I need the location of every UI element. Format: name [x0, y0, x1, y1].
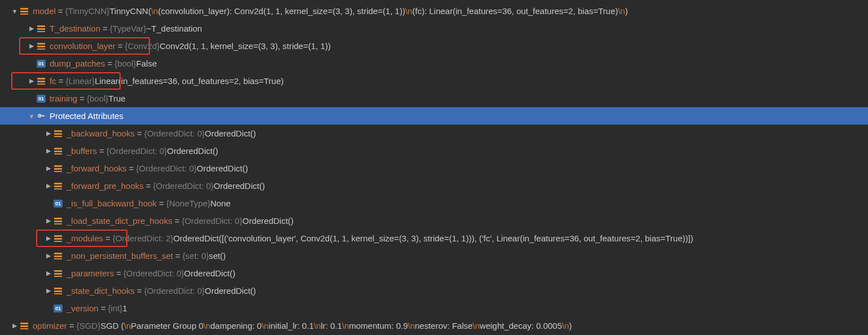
object-icon — [36, 42, 46, 51]
tree-row-model[interactable]: ▼model={TinnyCNN} TinnyCNN(\n (convoluti… — [0, 2, 868, 20]
value-text: lr: 0.1 — [321, 321, 342, 330]
variable-name: _parameters — [67, 268, 114, 278]
object-icon — [53, 286, 63, 296]
escape-sequence: \n — [203, 321, 211, 330]
collapse-icon[interactable]: ▼ — [10, 8, 19, 15]
object-icon — [53, 129, 63, 138]
tree-row-_forward_pre_hooks[interactable]: ▶_forward_pre_hooks={OrderedDict: 0} Ord… — [0, 177, 868, 195]
primitive-icon: 01 — [36, 59, 46, 68]
expand-icon[interactable]: ▶ — [44, 287, 53, 294]
object-icon — [53, 269, 63, 278]
variable-type: {NoneType} — [166, 199, 210, 208]
value-text: 1 — [122, 303, 127, 313]
value-text: OrderedDict() — [197, 164, 248, 173]
tree-row-training[interactable]: 01training={bool} True — [0, 90, 868, 107]
value-text: OrderedDict() — [205, 286, 256, 296]
value-text: OrderedDict() — [205, 129, 256, 138]
variable-name: convolution_layer — [50, 41, 116, 51]
value-text: True — [108, 94, 125, 103]
tree-row-_buffers[interactable]: ▶_buffers={OrderedDict: 0} OrderedDict() — [0, 142, 868, 160]
variable-name: _is_full_backward_hook — [67, 199, 157, 208]
variable-name: _state_dict_hooks — [67, 286, 135, 296]
variables-tree[interactable]: ▼model={TinnyCNN} TinnyCNN(\n (convoluti… — [0, 0, 868, 334]
tree-row-_modules[interactable]: ▶_modules={OrderedDict: 2} OrderedDict([… — [0, 230, 868, 247]
expand-icon[interactable]: ▶ — [44, 130, 53, 137]
variable-name: _buffers — [67, 146, 97, 156]
expand-icon[interactable]: ▶ — [27, 77, 36, 85]
value-text: nesterov: False — [415, 321, 473, 330]
variable-type: {OrderedDict: 0} — [144, 129, 205, 138]
variable-name: dump_patches — [50, 59, 105, 68]
object-icon — [53, 234, 63, 243]
object-icon — [53, 182, 63, 191]
expand-icon[interactable]: ▶ — [10, 322, 19, 329]
object-icon — [53, 164, 63, 173]
tree-row-fc[interactable]: ▶fc={Linear} Linear(in_features=36, out_… — [0, 72, 868, 90]
object-icon — [36, 77, 46, 86]
variable-type: {OrderedDict: 0} — [136, 164, 197, 173]
tree-row-_non_persistent_buffers_set[interactable]: ▶_non_persistent_buffers_set={set: 0} se… — [0, 247, 868, 265]
variable-type: {SGD} — [77, 321, 101, 330]
tree-row-_forward_hooks[interactable]: ▶_forward_hooks={OrderedDict: 0} Ordered… — [0, 160, 868, 177]
primitive-icon: 01 — [53, 304, 63, 313]
escape-sequence: \n — [408, 321, 415, 330]
value-text: OrderedDict() — [184, 268, 236, 278]
variable-type: {OrderedDict: 2} — [113, 233, 174, 243]
escape-sequence: \n — [342, 321, 349, 330]
expand-icon[interactable]: ▶ — [44, 147, 53, 155]
value-text: Parameter Group 0 — [131, 321, 203, 330]
value-text: ) — [569, 321, 572, 330]
collapse-icon[interactable]: ▼ — [27, 113, 36, 120]
tree-row-_parameters[interactable]: ▶_parameters={OrderedDict: 0} OrderedDic… — [0, 265, 868, 282]
expand-icon[interactable]: ▶ — [44, 270, 53, 277]
value-text: Linear(in_features=36, out_features=2, b… — [95, 76, 284, 86]
value-text: None — [210, 199, 231, 208]
object-icon — [19, 321, 29, 330]
escape-sequence: \n — [618, 6, 626, 16]
tree-row-convolution_layer[interactable]: ▶convolution_layer={Conv2d} Conv2d(1, 1,… — [0, 37, 868, 55]
tree-row-_is_full_backward_hook[interactable]: 01_is_full_backward_hook={NoneType} None — [0, 195, 868, 212]
variable-name: fc — [50, 76, 56, 86]
value-text: (convolution_layer): Conv2d(1, 1, kernel… — [158, 6, 405, 16]
group-label: Protected Attributes — [50, 111, 123, 121]
escape-sequence: \n — [473, 321, 480, 330]
tree-row-_load_state_dict_pre_hooks[interactable]: ▶_load_state_dict_pre_hooks={OrderedDict… — [0, 212, 868, 230]
tree-row-T_destination[interactable]: ▶T_destination={TypeVar} ~T_destination — [0, 20, 868, 37]
tree-row-_backward_hooks[interactable]: ▶_backward_hooks={OrderedDict: 0} Ordere… — [0, 125, 868, 142]
object-icon — [19, 7, 29, 16]
object-icon — [53, 147, 63, 156]
variable-name: model — [33, 6, 56, 16]
tree-row-dump_patches[interactable]: 01dump_patches={bool} False — [0, 55, 868, 72]
tree-row-_version[interactable]: 01_version={int} 1 — [0, 299, 868, 317]
variable-type: {OrderedDict: 0} — [181, 216, 242, 226]
value-text: OrderedDict() — [214, 181, 265, 191]
expand-icon[interactable]: ▶ — [44, 235, 53, 242]
expand-icon[interactable]: ▶ — [44, 217, 53, 224]
tree-row-optimizer[interactable]: ▶optimizer={SGD} SGD (\nParameter Group … — [0, 317, 868, 334]
variable-name: _forward_pre_hooks — [67, 181, 144, 191]
expand-icon[interactable]: ▶ — [44, 252, 53, 259]
expand-icon[interactable]: ▶ — [44, 165, 53, 172]
object-icon — [53, 217, 63, 226]
tree-row-_state_dict_hooks[interactable]: ▶_state_dict_hooks={OrderedDict: 0} Orde… — [0, 282, 868, 299]
variable-type: {int} — [108, 303, 122, 313]
value-text: OrderedDict() — [242, 216, 294, 226]
value-text: OrderedDict([('convolution_layer', Conv2… — [173, 233, 693, 243]
expand-icon[interactable]: ▶ — [27, 25, 36, 32]
variable-name: _version — [67, 303, 99, 313]
value-text: ) — [625, 6, 628, 16]
variable-type: {Linear} — [65, 76, 95, 86]
expand-icon[interactable]: ▶ — [44, 182, 53, 189]
value-text: TinnyCNN( — [109, 6, 151, 16]
escape-sequence: \n — [124, 321, 131, 330]
value-text: initial_lr: 0.1 — [269, 321, 314, 330]
value-text: dampening: 0 — [210, 321, 262, 330]
escape-sequence: \n — [562, 321, 569, 330]
variable-type: {TypeVar} — [110, 24, 147, 33]
variable-type: {OrderedDict: 0} — [107, 146, 167, 156]
expand-icon[interactable]: ▶ — [27, 42, 36, 50]
value-text: OrderedDict() — [167, 146, 218, 156]
variable-type: {OrderedDict: 0} — [153, 181, 214, 191]
tree-row-group[interactable]: ▼🔑︎Protected Attributes — [0, 107, 868, 125]
value-text: weight_decay: 0.0005 — [480, 321, 562, 330]
